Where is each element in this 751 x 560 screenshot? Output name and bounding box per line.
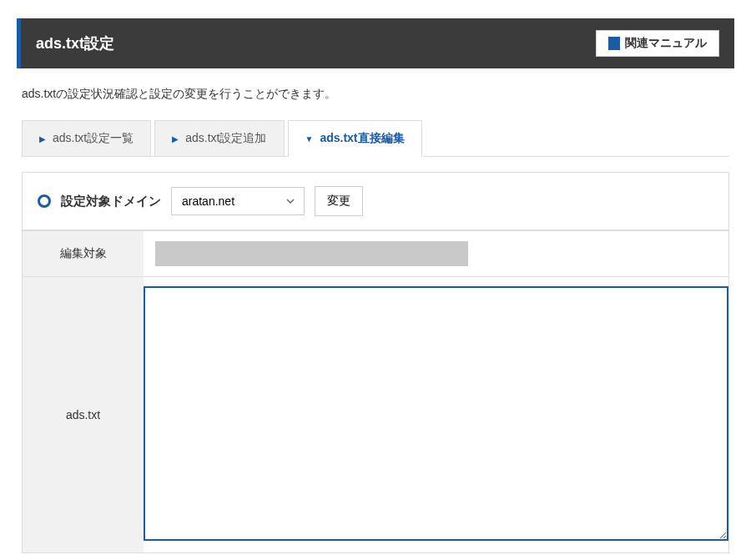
- settings-panel: 設定対象ドメイン aratan.net 変更 編集対象 ads.txt: [22, 172, 729, 553]
- page-header: ads.txt設定 関連マニュアル: [17, 18, 734, 68]
- tab-adstxt-add[interactable]: ▶ ads.txt設定追加: [154, 120, 284, 156]
- row-edit-target: 編集対象: [23, 231, 728, 277]
- tabs-container: ▶ ads.txt設定一覧 ▶ ads.txt設定追加 ▼ ads.txt直接編…: [22, 120, 729, 157]
- row-adstxt: ads.txt: [23, 277, 728, 552]
- adstxt-cell: [144, 277, 728, 552]
- chevron-down-icon: ▼: [305, 134, 314, 144]
- edit-target-display: [155, 241, 468, 266]
- manual-button-label: 関連マニュアル: [625, 36, 707, 51]
- page-title: ads.txt設定: [36, 33, 114, 53]
- page-description: ads.txtの設定状況確認と設定の変更を行うことができます。: [22, 87, 729, 102]
- related-manual-button[interactable]: 関連マニュアル: [596, 30, 719, 57]
- tab-adstxt-list[interactable]: ▶ ads.txt設定一覧: [22, 120, 151, 156]
- adstxt-label: ads.txt: [23, 277, 144, 552]
- manual-icon: [608, 37, 620, 50]
- form-table: 編集対象 ads.txt: [23, 230, 728, 552]
- radio-icon[interactable]: [38, 194, 51, 208]
- chevron-right-icon: ▶: [172, 134, 179, 144]
- edit-target-label: 編集対象: [23, 231, 144, 277]
- tab-adstxt-direct-edit[interactable]: ▼ ads.txt直接編集: [288, 120, 422, 157]
- tab-label: ads.txt設定一覧: [53, 131, 134, 146]
- tab-label: ads.txt直接編集: [320, 131, 404, 146]
- tab-label: ads.txt設定追加: [185, 131, 266, 146]
- adstxt-textarea[interactable]: [144, 286, 728, 541]
- domain-label: 設定対象ドメイン: [61, 194, 161, 209]
- domain-select[interactable]: aratan.net: [171, 187, 305, 215]
- domain-selector-row: 設定対象ドメイン aratan.net 変更: [23, 173, 728, 230]
- change-button[interactable]: 変更: [315, 186, 363, 216]
- edit-target-cell: [144, 231, 728, 277]
- chevron-right-icon: ▶: [39, 134, 46, 144]
